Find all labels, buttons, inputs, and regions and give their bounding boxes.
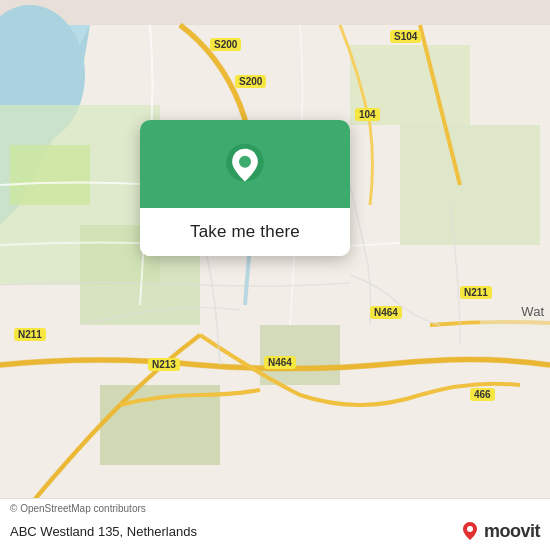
road-label-n464-left: N464: [264, 356, 296, 369]
svg-point-14: [467, 526, 473, 532]
moovit-brand: moovit: [459, 520, 540, 542]
moovit-text: moovit: [484, 521, 540, 542]
address-label: ABC Westland 135, Netherlands: [10, 524, 197, 539]
road-label-s200-mid: S200: [235, 75, 266, 88]
attribution-row: © OpenStreetMap contributors: [0, 498, 550, 516]
svg-point-13: [239, 156, 251, 168]
road-label-466: 466: [470, 388, 495, 401]
svg-rect-9: [260, 325, 340, 385]
road-label-n213: N213: [148, 358, 180, 371]
bottom-info-panel: © OpenStreetMap contributors ABC Westlan…: [0, 498, 550, 550]
card-header: [140, 120, 350, 208]
road-label-s104: S104: [390, 30, 421, 43]
map-pin-icon: [221, 142, 269, 190]
road-label-n464-right: N464: [370, 306, 402, 319]
take-me-there-button[interactable]: Take me there: [140, 208, 350, 256]
address-moovit-row: ABC Westland 135, Netherlands moovit: [0, 516, 550, 550]
svg-rect-6: [10, 145, 90, 205]
road-label-n211-right: N211: [460, 286, 492, 299]
city-label-wat: Wat: [521, 304, 544, 319]
road-label-n211-left: N211: [14, 328, 46, 341]
moovit-icon: [459, 520, 481, 542]
svg-rect-8: [400, 125, 540, 245]
map-container: S200 S200 S104 104 N211 N211 N213 N464 N…: [0, 0, 550, 550]
road-label-104: 104: [355, 108, 380, 121]
location-card: Take me there: [140, 120, 350, 256]
map-background: [0, 0, 550, 550]
svg-rect-11: [480, 315, 550, 355]
osm-attribution: © OpenStreetMap contributors: [10, 503, 146, 514]
road-label-s200-top: S200: [210, 38, 241, 51]
